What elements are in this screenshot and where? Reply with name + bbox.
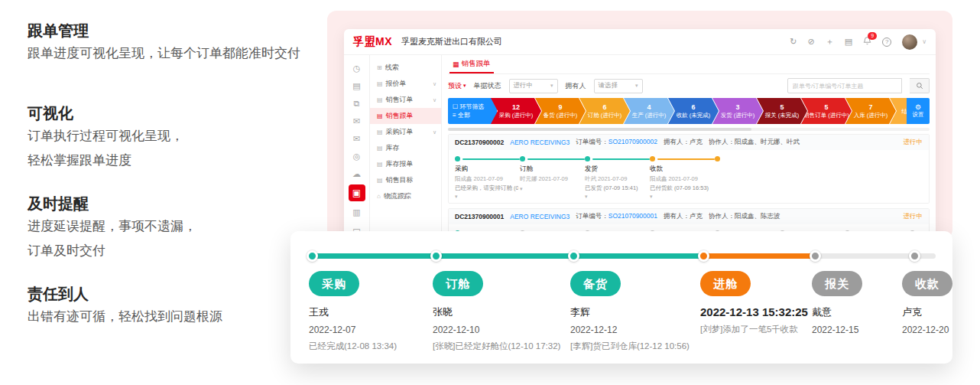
menu-item-logistics[interactable]: ⌂物流跟踪: [370, 188, 441, 204]
plus-icon[interactable]: ＋: [826, 38, 834, 46]
menu-item-sales-target[interactable]: ▤销售目标: [370, 172, 441, 188]
section-line: 订单执行过程可视化呈现，: [28, 124, 333, 148]
search-icon: [916, 82, 923, 90]
page: 跟单管理 跟单进度可视化呈现，让每个订单都能准时交付 可视化 订单执行过程可视化…: [0, 0, 980, 385]
avatar[interactable]: [902, 34, 917, 50]
grid-icon: ▦: [453, 60, 459, 68]
flow-step-sales-order[interactable]: 5销售订单 (进行中): [801, 98, 852, 124]
app-header: 孚盟MX 孚盟麦克斯进出口有限公司 ↻ ⊘ ＋ ▤ 9 ? ∨: [344, 29, 936, 55]
stage-col: 采购 阳成鑫 2021-07-09 已经采购，请安排订舱 (07-09 16:4…: [455, 155, 520, 200]
timeline-dot: [430, 250, 442, 262]
compass-icon[interactable]: ◎: [350, 149, 364, 163]
owner-select[interactable]: 请选择▾: [594, 79, 643, 93]
stage-badge: 备货: [570, 271, 621, 296]
status-value: 进行中: [514, 81, 534, 90]
notification-badge: 9: [868, 32, 877, 40]
order-code: DC21370900002: [455, 139, 504, 146]
block-icon[interactable]: ⊘: [808, 38, 815, 46]
menu-item-inventory-report[interactable]: ▤库存报单: [370, 156, 441, 172]
section-title: 责任到人: [28, 283, 333, 305]
sync-icon[interactable]: ↻: [790, 38, 797, 46]
menu-item-order-tracking[interactable]: ▤销售跟单: [370, 108, 441, 124]
flow-filter-block[interactable]: ☐ 环节筛选 ≡ 全部: [448, 98, 497, 124]
timeline-stage-booking: 订舱 张晓 2022-12-10 [张晓]已经定好舱位(12-10 17:32): [433, 271, 560, 352]
status-filter-label: 单据状态: [474, 81, 501, 91]
flow-step-customs[interactable]: 5报关 (未完成): [757, 98, 807, 124]
flow-step-shipping[interactable]: 3发货 (进行中): [712, 98, 763, 124]
timeline-segment: [573, 253, 703, 259]
order-customer[interactable]: AERO RECEIVING3: [510, 139, 570, 146]
menu-item-purchase-orders[interactable]: ▤采购订单∨: [370, 124, 441, 140]
menu-item-sales-orders[interactable]: ▤销售订单∨: [370, 92, 441, 108]
scrollbar-thumb[interactable]: [448, 128, 751, 131]
flow-filter-label: 环节筛选: [459, 103, 484, 110]
cloud-icon[interactable]: ☁: [350, 167, 364, 181]
caret-down-icon[interactable]: ▾: [455, 194, 520, 200]
menu-label: 销售跟单: [386, 111, 414, 121]
flow-step-purchase[interactable]: 12采购 (进行中): [491, 98, 541, 124]
mail-open-icon[interactable]: ✉: [350, 132, 364, 145]
menu-label: 销售目标: [386, 175, 414, 185]
timeline-dot: [698, 250, 709, 262]
doc-icon: ⊞: [377, 64, 382, 71]
stage-note: [李辉]货已到仓库(12-12 10:56): [570, 341, 690, 352]
order-row[interactable]: DC21370900002 AERO RECEIVING3 订单编号：SO210…: [448, 134, 930, 204]
menu-item-inventory[interactable]: ▤库存: [370, 140, 441, 156]
flow-step-warehouse[interactable]: 7入库 (进行中): [845, 98, 896, 124]
caret-down-icon[interactable]: ▾: [650, 194, 715, 200]
section-title: 可视化: [28, 103, 333, 124]
stage-person: 李辉: [570, 305, 690, 319]
caret-down-icon[interactable]: ▾: [520, 186, 585, 192]
layers-icon[interactable]: ▥: [350, 205, 364, 219]
app-body: ◷ ▤ ⧉ ✉ ✉ ◎ ☁ ▣ ▥ ▭ ⊞线索 ▤报价单∨ ▤销售订单∨ ▤销售…: [344, 55, 936, 238]
caret-down-icon[interactable]: ▾: [585, 194, 650, 200]
flow-step-stock[interactable]: 9备货 (进行中): [535, 98, 586, 124]
menu-label: 线索: [385, 63, 399, 73]
stage-person: 张晓: [433, 305, 560, 319]
flow-step-production[interactable]: 4生产 (进行中): [624, 98, 674, 124]
flow-step-payment[interactable]: 6收款 (未完成): [668, 98, 719, 124]
owner-label: 拥有人：: [664, 138, 690, 147]
main-content: ▦ 销售跟单 预设▾ 单据状态 进行中▾ 拥有人 请选择▾: [442, 55, 936, 238]
preset-dropdown[interactable]: 预设▾: [448, 81, 466, 91]
orders-module-icon[interactable]: ▣: [349, 184, 365, 201]
horizontal-scrollbar[interactable]: [448, 128, 930, 131]
order-stage-timeline: 采购 阳成鑫 2021-07-09 已经采购，请安排订舱 (07-09 16:4…: [449, 150, 929, 203]
owner-name: 卢克: [690, 212, 703, 221]
copy-section: 跟单管理 跟单进度可视化呈现，让每个订单都能准时交付: [28, 20, 333, 66]
header-icon-group: ↻ ⊘ ＋ ▤ 9 ? ∨: [790, 34, 926, 50]
panel-icon[interactable]: ▤: [845, 38, 852, 46]
flow-step-booking[interactable]: 6订舱 (进行中): [579, 98, 630, 124]
help-icon[interactable]: ?: [882, 38, 891, 47]
tab-order-tracking[interactable]: ▦ 销售跟单: [449, 59, 494, 73]
mail-icon[interactable]: ✉: [350, 114, 364, 128]
timeline-segment: [313, 253, 436, 259]
expand-icon: ∨: [433, 97, 436, 103]
search-input[interactable]: [787, 78, 902, 93]
menu-item-leads[interactable]: ⊞线索: [370, 60, 441, 76]
section-title: 跟单管理: [28, 20, 333, 41]
collab-names: 阳成鑫、陈志波: [735, 212, 780, 221]
order-no[interactable]: SO21070900001: [608, 212, 657, 221]
menu-label: 报价单: [386, 79, 407, 89]
stage-badge: 进舱: [700, 271, 751, 296]
stage-col: 订舱 时元娜 2021-07-09 ▾: [520, 155, 585, 200]
timeline-track: [290, 250, 952, 262]
timeline-stage-loading: 进舱 2022-12-13 15:32:25 [刘梦]添加了一笔5千收款: [700, 271, 808, 335]
flow-settings-button[interactable]: ⚙ 设置: [907, 98, 930, 124]
menu-item-quotes[interactable]: ▤报价单∨: [370, 76, 441, 92]
contact-card-icon[interactable]: ▤: [350, 79, 364, 93]
stage-badge: 报关: [812, 271, 862, 296]
order-no[interactable]: SO21070900002: [608, 138, 657, 147]
bell-icon[interactable]: 9: [863, 37, 871, 47]
brand-logo: 孚盟MX: [353, 35, 392, 49]
timeline-dot: [810, 250, 821, 262]
order-customer[interactable]: AERO RECEIVING3: [510, 213, 570, 220]
org-icon[interactable]: ⧉: [350, 96, 364, 110]
timeline-segment: [436, 253, 573, 259]
clock-icon[interactable]: ◷: [350, 61, 364, 75]
stage-date: 2022-12-20: [902, 325, 952, 335]
doc-icon: ▤: [377, 113, 383, 119]
search-button[interactable]: [910, 78, 930, 93]
status-select[interactable]: 进行中▾: [509, 79, 558, 93]
